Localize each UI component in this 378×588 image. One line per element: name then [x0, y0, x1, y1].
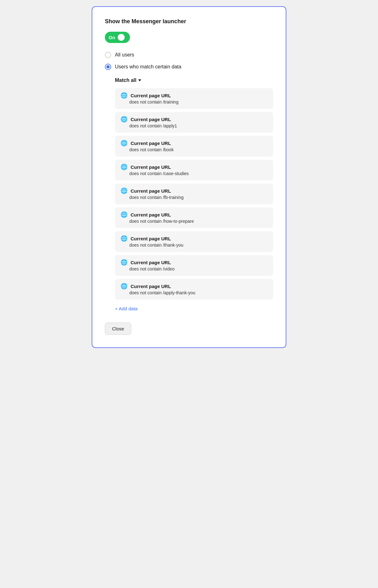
condition-description: does not contain /training: [129, 99, 267, 104]
condition-title: Current page URL: [131, 141, 171, 146]
condition-header: 🌐Current page URL: [121, 164, 267, 170]
match-dropdown[interactable]: Match all: [115, 78, 141, 83]
radio-label-all-users: All users: [115, 52, 134, 58]
condition-title: Current page URL: [131, 284, 171, 289]
condition-description: does not contain /how-to-prepare: [129, 219, 267, 224]
conditions-list: 🌐Current page URLdoes not contain /train…: [115, 88, 273, 300]
condition-card[interactable]: 🌐Current page URLdoes not contain /apply…: [115, 279, 273, 300]
condition-title: Current page URL: [131, 260, 171, 265]
globe-icon: 🌐: [121, 188, 127, 194]
radio-label-match-data: Users who match certain data: [115, 64, 181, 70]
radio-all-users[interactable]: All users: [105, 52, 273, 58]
globe-icon: 🌐: [121, 212, 127, 217]
condition-title: Current page URL: [131, 164, 171, 170]
radio-group: All users Users who match certain data: [105, 52, 273, 70]
radio-circle-match-data: [105, 64, 111, 70]
condition-description: does not contain /video: [129, 266, 267, 271]
condition-card[interactable]: 🌐Current page URLdoes not contain /train…: [115, 88, 273, 109]
condition-title: Current page URL: [131, 117, 171, 122]
condition-header: 🌐Current page URL: [121, 212, 267, 217]
globe-icon: 🌐: [121, 140, 127, 146]
condition-header: 🌐Current page URL: [121, 93, 267, 98]
match-row: Match all: [115, 78, 273, 83]
globe-icon: 🌐: [121, 236, 127, 241]
globe-icon: 🌐: [121, 259, 127, 265]
condition-description: does not contain /fb-training: [129, 195, 267, 200]
condition-header: 🌐Current page URL: [121, 188, 267, 194]
toggle-container: On: [105, 32, 273, 43]
radio-circle-all-users: [105, 52, 111, 58]
condition-title: Current page URL: [131, 188, 171, 194]
condition-card[interactable]: 🌐Current page URLdoes not contain /apply…: [115, 112, 273, 133]
globe-icon: 🌐: [121, 164, 127, 170]
condition-card[interactable]: 🌐Current page URLdoes not contain /video: [115, 255, 273, 276]
condition-description: does not contain /book: [129, 147, 267, 152]
globe-icon: 🌐: [121, 93, 127, 98]
condition-card[interactable]: 🌐Current page URLdoes not contain /case-…: [115, 160, 273, 180]
toggle-switch[interactable]: On: [105, 32, 130, 43]
condition-title: Current page URL: [131, 236, 171, 241]
condition-title: Current page URL: [131, 212, 171, 217]
close-button[interactable]: Close: [105, 323, 131, 335]
condition-description: does not contain /case-studies: [129, 171, 267, 176]
condition-description: does not contain /apply1: [129, 123, 267, 128]
messenger-launcher-card: Show the Messenger launcher On All users…: [92, 6, 286, 348]
globe-icon: 🌐: [121, 116, 127, 122]
condition-title: Current page URL: [131, 93, 171, 98]
radio-match-data[interactable]: Users who match certain data: [105, 64, 273, 70]
condition-header: 🌐Current page URL: [121, 236, 267, 241]
condition-header: 🌐Current page URL: [121, 116, 267, 122]
toggle-thumb: [118, 34, 125, 41]
condition-card[interactable]: 🌐Current page URLdoes not contain /thank…: [115, 231, 273, 252]
condition-card[interactable]: 🌐Current page URLdoes not contain /how-t…: [115, 207, 273, 228]
condition-card[interactable]: 🌐Current page URLdoes not contain /book: [115, 136, 273, 157]
condition-card[interactable]: 🌐Current page URLdoes not contain /fb-tr…: [115, 184, 273, 204]
condition-header: 🌐Current page URL: [121, 283, 267, 289]
toggle-label: On: [109, 35, 115, 40]
add-data-button[interactable]: + Add data: [115, 306, 138, 311]
globe-icon: 🌐: [121, 283, 127, 289]
match-label: Match all: [115, 78, 136, 83]
condition-header: 🌐Current page URL: [121, 259, 267, 265]
chevron-down-icon: [138, 79, 141, 81]
condition-description: does not contain /thank-you: [129, 243, 267, 248]
section-title: Show the Messenger launcher: [105, 18, 273, 25]
condition-description: does not contain /apply-thank-you: [129, 290, 267, 295]
condition-header: 🌐Current page URL: [121, 140, 267, 146]
